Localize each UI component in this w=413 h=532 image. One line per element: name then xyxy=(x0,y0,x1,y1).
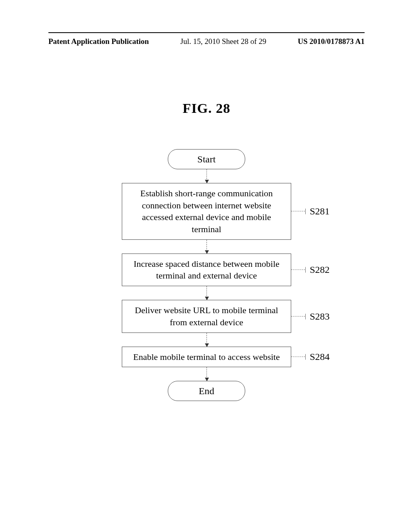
flow-arrow xyxy=(206,240,207,254)
flow-step-row: Deliver website URL to mobile terminal f… xyxy=(122,300,291,332)
step-leader xyxy=(291,316,305,316)
header-center: Jul. 15, 2010 Sheet 28 of 29 xyxy=(180,37,266,46)
flow-arrow xyxy=(206,286,207,300)
flow-step-row: Enable mobile terminal to access website… xyxy=(122,347,291,368)
header-rule xyxy=(48,32,365,33)
step-label-s281: S281 xyxy=(310,206,330,217)
flow-arrow xyxy=(206,333,207,347)
flow-step-s284: Enable mobile terminal to access website xyxy=(122,347,291,368)
flow-end: End xyxy=(168,381,245,401)
flow-arrow xyxy=(206,169,207,183)
step-leader xyxy=(291,357,305,357)
flow-start-row: Start xyxy=(168,149,245,169)
step-label-s282: S282 xyxy=(310,264,330,275)
step-leader xyxy=(291,211,305,212)
header-right: US 2010/0178873 A1 xyxy=(298,37,365,46)
step-label-s283: S283 xyxy=(310,311,330,322)
flow-step-s282: Increase spaced distance between mobile … xyxy=(122,254,291,286)
flow-step-s281: Establish short-range communication conn… xyxy=(122,183,291,240)
flow-step-s283: Deliver website URL to mobile terminal f… xyxy=(122,300,291,332)
flow-start: Start xyxy=(168,149,245,169)
page: Patent Application Publication Jul. 15, … xyxy=(0,0,413,532)
header-left: Patent Application Publication xyxy=(48,37,149,46)
flow-step-row: Increase spaced distance between mobile … xyxy=(122,254,291,286)
flowchart: Start Establish short-range communicatio… xyxy=(0,149,413,401)
step-leader xyxy=(291,270,305,270)
page-header: Patent Application Publication Jul. 15, … xyxy=(48,37,365,46)
step-label-s284: S284 xyxy=(310,351,330,362)
figure-title: FIG. 28 xyxy=(0,101,413,116)
flow-end-row: End xyxy=(168,381,245,401)
flow-arrow xyxy=(206,367,207,381)
flow-step-row: Establish short-range communication conn… xyxy=(122,183,291,240)
